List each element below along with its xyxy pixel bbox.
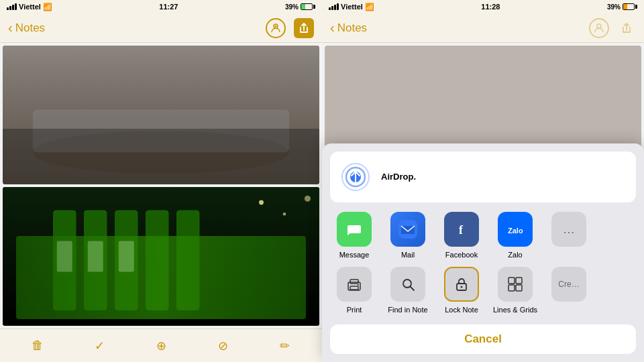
wifi-icon-left: 📶 xyxy=(43,3,52,11)
photo-bottom-svg xyxy=(3,187,319,326)
battery-icon-right xyxy=(623,3,637,10)
status-bar-left: Viettel 📶 11:27 39% xyxy=(0,0,322,13)
carrier-left: Viettel xyxy=(19,3,41,11)
status-left-info: Viettel 📶 xyxy=(7,3,52,11)
svg-point-16 xyxy=(259,200,264,205)
app-container: Viettel 📶 11:27 39% ‹ Notes xyxy=(0,0,644,362)
create-icon: Cre… xyxy=(551,267,586,302)
time-right: 11:28 xyxy=(481,3,500,11)
message-app-icon xyxy=(337,212,372,247)
nav-icons-right xyxy=(589,18,636,38)
svg-point-18 xyxy=(305,196,311,202)
status-bar-right: Viettel 📶 11:28 39% xyxy=(322,0,644,13)
more-icon: … xyxy=(551,212,586,247)
airdrop-icon xyxy=(339,161,372,193)
status-right-info: Viettel 📶 xyxy=(329,3,374,11)
svg-rect-14 xyxy=(88,241,103,272)
svg-rect-39 xyxy=(508,285,515,291)
people-icon-right[interactable] xyxy=(589,18,609,38)
svg-rect-15 xyxy=(119,241,134,272)
zalo-app-label: Zalo xyxy=(508,251,522,259)
svg-rect-12 xyxy=(176,210,200,311)
share-app-more[interactable]: … xyxy=(542,212,596,247)
svg-point-17 xyxy=(283,213,286,216)
mail-app-label: Mail xyxy=(401,251,415,259)
svg-text:f: f xyxy=(459,223,464,237)
airdrop-text: AirDrop. xyxy=(381,172,416,183)
svg-rect-5 xyxy=(33,110,289,153)
svg-rect-11 xyxy=(146,210,169,311)
people-svg xyxy=(270,23,281,34)
share-svg xyxy=(299,23,309,34)
zalo-app-icon: Zalo xyxy=(498,212,533,247)
battery-area-right: 39% xyxy=(607,3,637,11)
battery-pct-left: 39% xyxy=(285,3,299,11)
edit-icon[interactable]: ✏ xyxy=(274,336,294,356)
carrier-right: Viettel xyxy=(341,3,363,11)
share-apps-row: Message Mail xyxy=(322,202,644,264)
signal-icon xyxy=(7,3,17,10)
action-print[interactable]: Print xyxy=(327,267,381,314)
signal-icon-right xyxy=(329,3,339,10)
lines-grids-icon xyxy=(498,267,533,302)
share-app-zalo[interactable]: Zalo Zalo xyxy=(488,212,542,259)
facebook-app-icon: f xyxy=(444,212,479,247)
battery-area-left: 39% xyxy=(285,3,315,11)
share-svg-right xyxy=(621,23,632,34)
people-svg-right xyxy=(594,23,604,34)
find-icon xyxy=(390,267,425,302)
nav-back-label-left: Notes xyxy=(15,21,45,35)
back-button-left[interactable]: ‹ Notes xyxy=(8,20,45,36)
mail-app-icon xyxy=(390,212,425,247)
svg-rect-8 xyxy=(53,210,76,311)
cancel-button[interactable]: Cancel xyxy=(330,324,636,354)
nav-back-label-right: Notes xyxy=(337,21,367,35)
chevron-right-icon: ‹ xyxy=(330,20,335,36)
action-create[interactable]: Cre… xyxy=(542,267,596,302)
svg-rect-7 xyxy=(3,187,319,326)
location-icon[interactable]: ⊘ xyxy=(213,336,233,356)
action-lock-note[interactable]: Lock Note xyxy=(435,267,488,314)
svg-rect-40 xyxy=(516,285,522,291)
svg-rect-9 xyxy=(84,210,107,311)
actions-row: Print Find in Note xyxy=(322,264,644,319)
svg-point-1 xyxy=(275,25,277,27)
lock-icon xyxy=(444,267,479,302)
action-find-in-note[interactable]: Find in Note xyxy=(381,267,435,314)
svg-rect-30 xyxy=(350,280,358,284)
trash-icon[interactable]: 🗑 xyxy=(28,336,48,356)
bottom-toolbar-left: 🗑 ✓ ⊕ ⊘ ✏ xyxy=(0,328,322,362)
share-app-message[interactable]: Message xyxy=(327,212,381,259)
print-label: Print xyxy=(347,306,362,314)
svg-rect-38 xyxy=(516,278,522,284)
checkmark-icon[interactable]: ✓ xyxy=(89,336,109,356)
battery-pct-right: 39% xyxy=(607,3,621,11)
share-button-left[interactable] xyxy=(294,18,314,38)
airdrop-rings-svg xyxy=(341,162,370,192)
compose-icon[interactable]: ⊕ xyxy=(151,336,171,356)
action-lines-grids[interactable]: Lines & Grids xyxy=(488,267,542,314)
battery-icon-left xyxy=(301,3,315,10)
phone-right: Viettel 📶 11:28 39% ‹ Notes xyxy=(322,0,644,362)
photo-bottom-left xyxy=(3,187,319,326)
nav-bar-left: ‹ Notes xyxy=(0,13,322,43)
svg-text:Zalo: Zalo xyxy=(508,227,523,235)
photo-top-svg xyxy=(3,46,319,184)
svg-rect-10 xyxy=(115,210,138,311)
lock-label: Lock Note xyxy=(445,306,478,314)
chevron-left-icon: ‹ xyxy=(8,20,13,36)
share-icon-right[interactable] xyxy=(617,19,636,38)
wifi-icon-right: 📶 xyxy=(365,3,374,11)
lines-grids-label: Lines & Grids xyxy=(493,306,537,314)
nav-bar-right: ‹ Notes xyxy=(322,13,644,43)
people-icon-left[interactable] xyxy=(266,18,286,38)
facebook-app-label: Facebook xyxy=(445,251,478,259)
share-app-facebook[interactable]: f Facebook xyxy=(435,212,488,259)
back-button-right[interactable]: ‹ Notes xyxy=(330,20,367,36)
airdrop-section: AirDrop. xyxy=(330,152,636,202)
message-app-label: Message xyxy=(339,251,370,259)
print-icon xyxy=(337,267,372,302)
photos-area-left xyxy=(0,43,322,328)
svg-line-34 xyxy=(411,287,415,291)
share-app-mail[interactable]: Mail xyxy=(381,212,435,259)
